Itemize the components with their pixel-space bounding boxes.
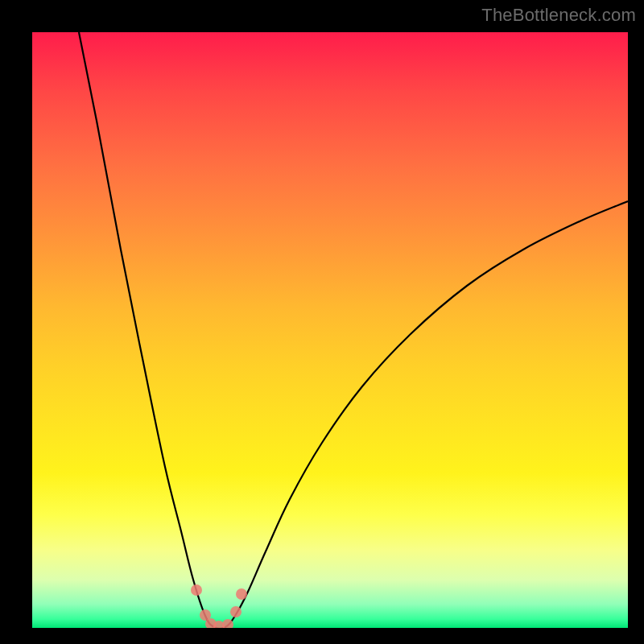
data-marker [222, 619, 233, 628]
chart-frame: TheBottleneck.com [0, 0, 644, 644]
data-marker [213, 621, 225, 628]
curve-layer [32, 32, 628, 628]
plot-area [32, 32, 628, 628]
watermark-text: TheBottleneck.com [481, 5, 636, 26]
bottleneck-curve [79, 32, 628, 628]
data-marker [200, 609, 211, 621]
data-marker [230, 606, 242, 617]
data-marker [236, 588, 247, 600]
data-marker [205, 618, 217, 628]
marker-group [191, 584, 247, 628]
data-marker [191, 584, 202, 596]
